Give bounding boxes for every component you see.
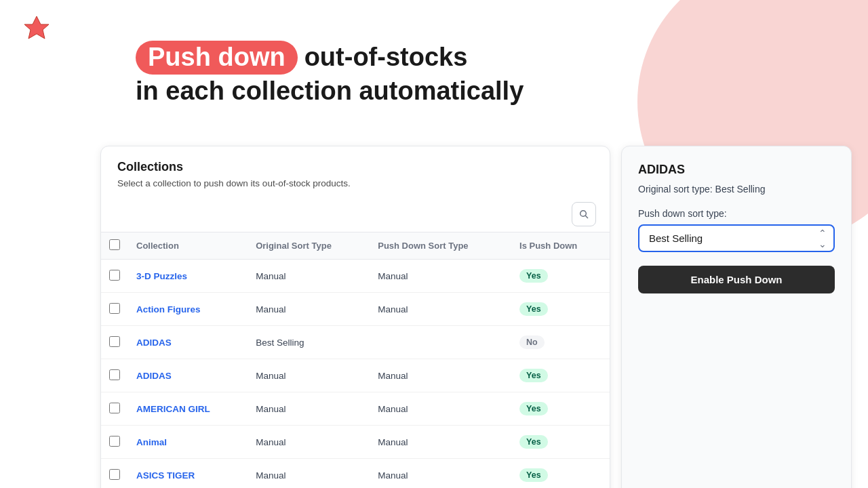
row-checkbox[interactable] xyxy=(109,270,120,281)
table-row: ASICS TIGER Manual Manual Yes xyxy=(101,459,610,489)
search-row xyxy=(101,202,610,232)
header-line1-rest: out-of-stocks xyxy=(304,42,468,73)
table-row: Action Figures Manual Manual Yes xyxy=(101,293,610,326)
header-highlight: Push down xyxy=(136,41,298,75)
collections-table: Collection Original Sort Type Push Down … xyxy=(101,232,610,488)
row-is-push-down: Yes xyxy=(511,260,610,293)
row-checkbox[interactable] xyxy=(109,436,120,447)
row-collection-name: ADIDAS xyxy=(128,326,248,359)
table-row: Animal Manual Manual Yes xyxy=(101,426,610,459)
app-logo xyxy=(22,14,52,46)
col-is-push-down: Is Push Down xyxy=(511,232,610,260)
row-push-down-sort: Manual xyxy=(370,459,511,489)
page-header: Push down out-of-stocks in each collecti… xyxy=(136,41,524,108)
row-checkbox[interactable] xyxy=(109,336,120,347)
collections-table-container: Collection Original Sort Type Push Down … xyxy=(101,232,610,488)
row-push-down-sort xyxy=(370,326,511,359)
table-row: 3-D Puzzles Manual Manual Yes xyxy=(101,260,610,293)
row-collection-name: 3-D Puzzles xyxy=(128,260,248,293)
status-badge: No xyxy=(519,336,545,349)
row-checkbox-cell xyxy=(101,260,128,293)
row-checkbox[interactable] xyxy=(109,403,120,413)
detail-select-wrapper: Best SellingManualPrice: Low to HighPric… xyxy=(638,224,835,252)
row-checkbox[interactable] xyxy=(109,469,120,480)
row-checkbox-cell xyxy=(101,459,128,489)
status-badge: Yes xyxy=(519,468,548,482)
row-push-down-sort: Manual xyxy=(370,359,511,392)
col-original-sort: Original Sort Type xyxy=(248,232,370,260)
row-is-push-down: No xyxy=(511,326,610,359)
collection-link[interactable]: ASICS TIGER xyxy=(136,470,195,481)
collection-link[interactable]: AMERICAN GIRL xyxy=(136,404,210,414)
header-line2: in each collection automatically xyxy=(136,75,524,108)
row-original-sort: Manual xyxy=(248,426,370,459)
row-is-push-down: Yes xyxy=(511,459,610,489)
row-checkbox[interactable] xyxy=(109,303,120,314)
row-push-down-sort: Manual xyxy=(370,392,511,426)
status-badge: Yes xyxy=(519,369,548,382)
collections-subtitle: Select a collection to push down its out… xyxy=(117,178,593,188)
collection-link[interactable]: ADIDAS xyxy=(136,371,172,381)
collections-panel: Collections Select a collection to push … xyxy=(100,146,610,488)
row-is-push-down: Yes xyxy=(511,359,610,392)
search-button[interactable] xyxy=(572,202,596,226)
row-original-sort: Manual xyxy=(248,359,370,392)
enable-push-down-button[interactable]: Enable Push Down xyxy=(638,266,835,293)
row-checkbox[interactable] xyxy=(109,369,120,380)
row-original-sort: Manual xyxy=(248,293,370,326)
row-is-push-down: Yes xyxy=(511,392,610,426)
svg-line-1 xyxy=(585,216,588,218)
collection-link[interactable]: 3-D Puzzles xyxy=(136,271,187,281)
row-collection-name: Animal xyxy=(128,426,248,459)
table-row: ADIDAS Best Selling No xyxy=(101,326,610,359)
row-checkbox-cell xyxy=(101,426,128,459)
row-collection-name: ASICS TIGER xyxy=(128,459,248,489)
row-is-push-down: Yes xyxy=(511,293,610,326)
row-checkbox-cell xyxy=(101,326,128,359)
push-down-sort-select[interactable]: Best SellingManualPrice: Low to HighPric… xyxy=(638,224,835,252)
row-original-sort: Manual xyxy=(248,459,370,489)
col-push-down-sort: Push Down Sort Type xyxy=(370,232,511,260)
collection-link[interactable]: Action Figures xyxy=(136,304,201,314)
row-original-sort: Manual xyxy=(248,392,370,426)
collections-header: Collections Select a collection to push … xyxy=(101,146,610,202)
status-badge: Yes xyxy=(519,269,548,283)
table-row: AMERICAN GIRL Manual Manual Yes xyxy=(101,392,610,426)
col-checkbox xyxy=(101,232,128,260)
row-push-down-sort: Manual xyxy=(370,260,511,293)
detail-title: ADIDAS xyxy=(638,163,835,177)
svg-point-0 xyxy=(580,211,587,217)
row-collection-name: AMERICAN GIRL xyxy=(128,392,248,426)
detail-original-sort: Original sort type: Best Selling xyxy=(638,184,835,195)
col-collection: Collection xyxy=(128,232,248,260)
status-badge: Yes xyxy=(519,402,548,415)
row-collection-name: ADIDAS xyxy=(128,359,248,392)
collections-title: Collections xyxy=(117,160,593,174)
table-row: ADIDAS Manual Manual Yes xyxy=(101,359,610,392)
row-checkbox-cell xyxy=(101,293,128,326)
status-badge: Yes xyxy=(519,435,548,449)
main-container: Collections Select a collection to push … xyxy=(100,146,852,488)
row-push-down-sort: Manual xyxy=(370,293,511,326)
row-checkbox-cell xyxy=(101,392,128,426)
row-collection-name: Action Figures xyxy=(128,293,248,326)
row-is-push-down: Yes xyxy=(511,426,610,459)
detail-panel: ADIDAS Original sort type: Best Selling … xyxy=(621,146,852,488)
collection-link[interactable]: ADIDAS xyxy=(136,338,172,348)
row-push-down-sort: Manual xyxy=(370,426,511,459)
row-original-sort: Manual xyxy=(248,260,370,293)
status-badge: Yes xyxy=(519,302,548,316)
collection-link[interactable]: Animal xyxy=(136,437,167,447)
row-checkbox-cell xyxy=(101,359,128,392)
detail-push-down-label: Push down sort type: xyxy=(638,208,835,219)
select-all-checkbox[interactable] xyxy=(109,239,120,250)
row-original-sort: Best Selling xyxy=(248,326,370,359)
